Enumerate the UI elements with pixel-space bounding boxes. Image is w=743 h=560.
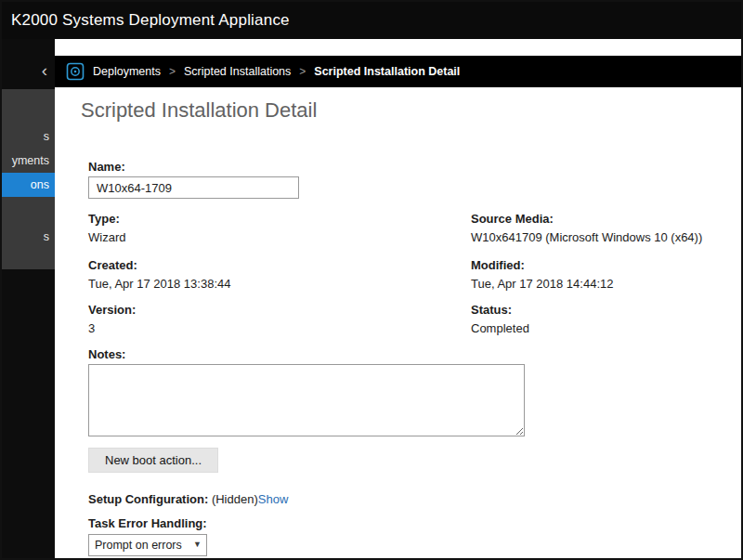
setup-configuration-label: Setup Configuration: [88,492,208,506]
sidebar-item-scripted-installations[interactable]: ons [2,173,55,197]
breadcrumb-current-page: Scripted Installation Detail [314,65,460,78]
sidebar-collapse-button[interactable]: ‹ [35,59,54,82]
notes-label: Notes: [88,347,125,361]
type-value: Wizard [88,230,125,244]
modified-label: Modified: [471,258,525,272]
task-error-handling-select[interactable]: Prompt on errors [88,534,207,556]
name-label: Name: [88,160,125,174]
notes-textarea[interactable] [88,364,525,436]
app-window: K2000 Systems Deployment Appliance ‹ s y… [0,0,743,560]
created-label: Created: [88,258,137,272]
setup-configuration-show-link[interactable]: Show [258,492,289,506]
breadcrumb: Deployments > Scripted Installations > S… [55,56,741,87]
task-error-handling-label: Task Error Handling: [88,516,207,530]
status-label: Status: [471,303,512,317]
version-label: Version: [88,303,136,317]
page-title: Scripted Installation Detail [81,98,317,123]
created-value: Tue, Apr 17 2018 13:38:44 [88,277,230,291]
modified-value: Tue, Apr 17 2018 14:44:12 [471,277,613,291]
name-input[interactable] [88,176,299,199]
setup-configuration-state: (Hidden) [212,492,258,506]
task-error-handling-select-wrap: Prompt on errors ▼ [88,534,207,556]
sidebar-nav-panel: s yments ons s [2,89,55,269]
deployments-icon [66,62,85,81]
sidebar-item-4[interactable]: s [2,225,55,249]
sidebar-item-1[interactable]: s [2,124,55,149]
breadcrumb-deployments[interactable]: Deployments [93,65,161,78]
app-title: K2000 Systems Deployment Appliance [11,11,290,30]
new-boot-action-button[interactable]: New boot action... [88,448,218,473]
sidebar: ‹ s yments ons s [2,39,55,558]
main-content: Deployments > Scripted Installations > S… [55,39,741,558]
breadcrumb-separator-icon: > [169,65,176,78]
status-value: Completed [471,321,529,335]
source-media-label: Source Media: [471,212,554,226]
breadcrumb-scripted-installations[interactable]: Scripted Installations [184,65,291,78]
setup-configuration-row: Setup Configuration: (Hidden)Show [88,492,288,506]
sidebar-item-deployments[interactable]: yments [2,149,55,173]
app-header: K2000 Systems Deployment Appliance [2,2,741,39]
breadcrumb-separator-icon: > [299,65,306,78]
type-label: Type: [88,212,120,226]
source-media-value: W10x641709 (Microsoft Windows 10 (x64)) [471,230,702,244]
version-value: 3 [88,321,95,335]
